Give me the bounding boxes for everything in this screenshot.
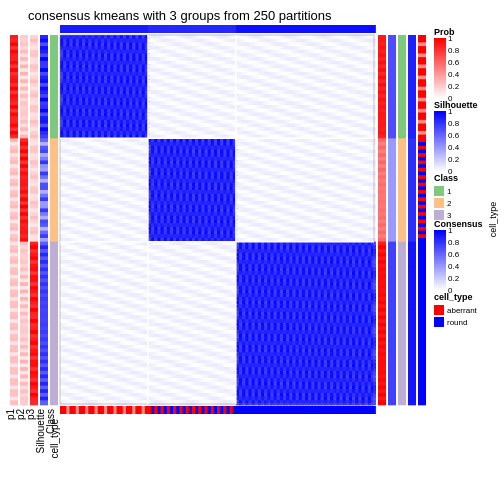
main-container xyxy=(0,0,504,504)
heatmap-canvas xyxy=(0,0,504,504)
